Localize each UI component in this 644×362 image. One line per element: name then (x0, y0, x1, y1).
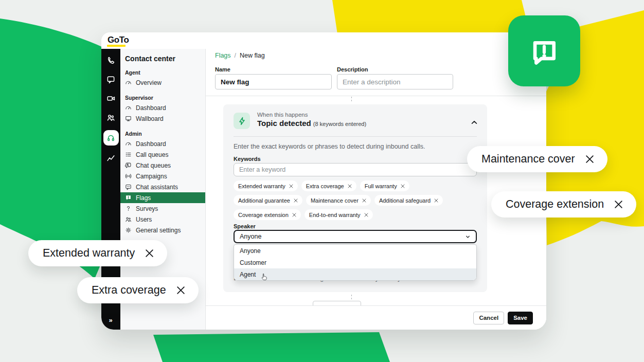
speaker-label: Speaker (234, 223, 256, 229)
keyword-chip-label: Additional guarantee (238, 197, 290, 204)
rail-selected-tile[interactable] (103, 130, 119, 146)
sidebar-item-general-settings[interactable]: General settings (120, 225, 205, 236)
close-icon[interactable] (585, 155, 594, 164)
sidebar-item-label: Call queues (136, 151, 168, 158)
floating-keyword-chip: Extra coverage (77, 277, 199, 303)
gear-icon (125, 227, 132, 233)
sidebar-section-label: Admin (125, 131, 205, 137)
cancel-button[interactable]: Cancel (473, 312, 504, 324)
flag-bubble-icon (125, 194, 132, 201)
description-input[interactable] (337, 74, 453, 89)
name-input[interactable] (215, 74, 332, 89)
sidebar-item-chat-assistants[interactable]: Chat assistants (120, 182, 205, 192)
name-label: Name (215, 66, 230, 73)
close-icon[interactable] (176, 286, 185, 295)
keyword-input[interactable] (234, 163, 477, 176)
breadcrumb-separator: / (235, 52, 236, 59)
keyword-chip-list: Extended warrantyExtra coverageFull warr… (234, 180, 477, 220)
sidebar-item-label: Dashboard (136, 104, 166, 112)
keyword-chip: Extended warranty (234, 180, 298, 191)
keyword-chip: Additional safeguard (374, 195, 443, 206)
speaker-option-customer[interactable]: Customer (234, 257, 476, 268)
speaker-option-anyone[interactable]: Anyone (234, 245, 476, 257)
floating-keyword-chip: Maintenance cover (467, 146, 607, 172)
keyword-chip-label: End-to-end warranty (309, 212, 361, 218)
close-icon[interactable] (289, 184, 293, 188)
goto-logo: GoTo (108, 35, 129, 45)
question-icon (125, 205, 132, 212)
close-icon[interactable] (292, 213, 296, 217)
keyword-chip: Coverage extension (234, 209, 301, 220)
green-strip-bottom (153, 332, 390, 362)
close-icon[interactable] (434, 198, 438, 203)
step-title-suffix: (8 keywords entered) (313, 121, 366, 127)
sidebar-item-users[interactable]: Users (120, 214, 205, 225)
sidebar-item-label: Dashboard (136, 140, 166, 148)
sidebar-item-dashboard[interactable]: Dashboard (120, 102, 205, 113)
sidebar-item-chat-queues[interactable]: Chat queues (120, 160, 205, 171)
close-icon[interactable] (362, 198, 366, 203)
close-icon[interactable] (364, 213, 368, 217)
people-icon[interactable] (106, 113, 115, 122)
sidebar-item-campaigns[interactable]: Campaigns (120, 171, 205, 182)
speaker-select[interactable]: Anyone (234, 230, 477, 243)
sidebar-item-wallboard[interactable]: Wallboard (120, 113, 205, 124)
gauge-icon (125, 79, 132, 86)
keyword-chip-label: Coverage extension (238, 212, 289, 218)
sidebar-item-label: Campaigns (136, 173, 167, 180)
sidebar-title: Contact center (125, 55, 205, 63)
floating-chip-label: Extra coverage (92, 284, 166, 297)
chat-dots-icon (125, 184, 132, 190)
keywords-label: Keywords (234, 156, 261, 162)
keyword-chip-label: Additional safeguard (379, 197, 431, 204)
save-button[interactable]: Save (508, 312, 533, 324)
sidebar-item-label: Wallboard (136, 115, 164, 122)
lightning-icon (234, 113, 250, 129)
sidebar-item-label: Surveys (136, 205, 158, 212)
video-icon[interactable] (106, 94, 115, 103)
keyword-chip: Extra coverage (301, 180, 356, 191)
step-title: Topic detected(8 keywords entered) (257, 119, 366, 128)
close-icon[interactable] (145, 249, 154, 258)
wallboard-icon (125, 115, 132, 122)
flag-alert-icon (508, 15, 580, 86)
sidebar-item-flags[interactable]: Flags (120, 192, 205, 203)
close-icon[interactable] (614, 200, 623, 209)
keyword-chip-label: Extended warranty (238, 183, 285, 189)
expand-rail-chevrons[interactable]: » (109, 316, 113, 324)
floating-keyword-chip: Extended warranty (28, 240, 167, 266)
chevron-up-icon[interactable] (471, 119, 478, 126)
gauge-icon (125, 104, 132, 111)
speaker-option-label: Agent (240, 271, 256, 278)
header-divider (206, 96, 546, 96)
keyword-chip-label: Extra coverage (306, 183, 344, 189)
speaker-select-value: Anyone (240, 233, 261, 240)
analytics-icon[interactable] (106, 154, 115, 162)
step-connector (351, 295, 352, 299)
speaker-dropdown: AnyoneCustomerAgent (234, 244, 477, 281)
sidebar-item-label: Overview (136, 79, 162, 86)
pointer-cursor-icon (261, 273, 268, 281)
close-icon[interactable] (294, 198, 298, 203)
card-divider (234, 136, 477, 137)
close-icon[interactable] (401, 184, 405, 188)
breadcrumb-flags-link[interactable]: Flags (215, 52, 231, 59)
keyword-chip: End-to-end warranty (305, 209, 373, 220)
phone-icon[interactable] (106, 56, 115, 65)
sidebar-item-call-queues[interactable]: Call queues (120, 149, 205, 160)
breadcrumb: Flags / New flag (215, 52, 265, 59)
chevron-down-icon (465, 234, 471, 240)
sidebar-item-overview[interactable]: Overview (120, 77, 205, 88)
step-connector (351, 97, 352, 101)
sidebar-item-label: Flags (136, 194, 151, 202)
chat-icon[interactable] (106, 75, 115, 84)
headset-icon (106, 134, 115, 142)
speaker-option-label: Customer (240, 259, 266, 266)
speaker-option-agent[interactable]: Agent (234, 268, 476, 280)
close-icon[interactable] (348, 184, 352, 188)
main-content: Flags / New flag Name Description When t… (206, 49, 546, 330)
sidebar-item-label: Users (136, 216, 152, 223)
sidebar-item-surveys[interactable]: Surveys (120, 203, 205, 214)
people-icon (125, 216, 132, 223)
sidebar-item-dashboard[interactable]: Dashboard (120, 138, 205, 149)
